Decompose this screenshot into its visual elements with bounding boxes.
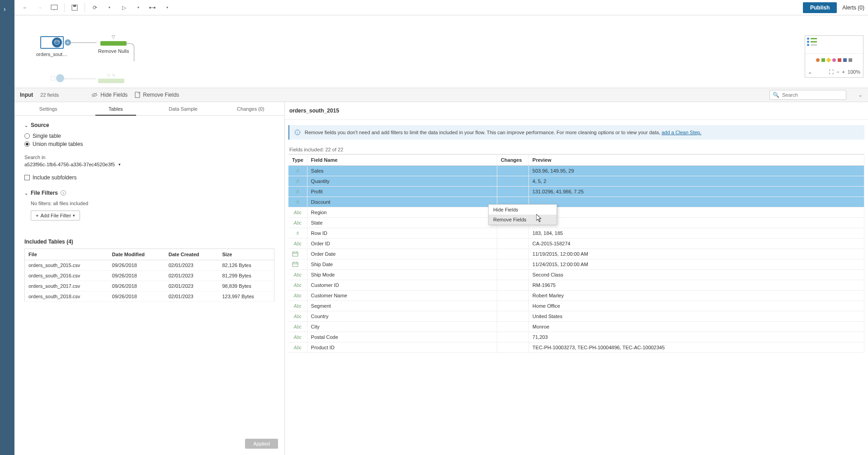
clean-node[interactable]: ▽ Remove Nulls (98, 34, 129, 54)
field-name-cell: Order ID (307, 239, 497, 249)
field-row[interactable]: AbcShip ModeSecond Class (288, 270, 864, 280)
expand-sidebar-button[interactable]: › (4, 5, 6, 13)
field-row[interactable]: #Sales503.96, 149.95, 29 (288, 166, 864, 176)
single-table-radio[interactable]: Single table (24, 133, 274, 139)
input-node-faded[interactable] (51, 74, 64, 82)
info-icon: i (295, 130, 300, 135)
field-preview-cell: 4, 5, 2 (528, 176, 864, 187)
field-row[interactable]: AbcOrder IDCA-2015-158274 (288, 239, 864, 249)
refresh-dropdown-icon[interactable]: ▾ (103, 1, 116, 14)
field-type-icon (288, 249, 307, 259)
chevron-down-icon: ▾ (118, 162, 121, 167)
file-filters-header[interactable]: ⌄ File Filters i (24, 190, 274, 196)
remove-fields-button[interactable]: Remove Fields (135, 92, 179, 98)
field-preview-cell (528, 197, 864, 207)
field-row[interactable]: AbcSegmentHome Office (288, 301, 864, 311)
clean-node-faded[interactable]: ▽ ✎ (98, 73, 124, 83)
filter-icon: ▽ (112, 34, 115, 39)
tab-tables[interactable]: Tables (82, 102, 149, 115)
col-created[interactable]: Date Created (165, 249, 219, 260)
field-row[interactable]: AbcCityMonroe (288, 322, 864, 332)
info-icon[interactable]: i (61, 190, 66, 196)
input-node[interactable]: + orders_south_... (36, 36, 68, 57)
flow-canvas[interactable]: + orders_south_... ▽ Remove Nulls ▽ ✎ (14, 15, 868, 88)
search-input-container[interactable]: 🔍 (769, 90, 846, 100)
included-tables-header: Included Tables (4) (24, 239, 274, 245)
svg-point-4 (149, 7, 151, 9)
field-row[interactable]: AbcCountryUnited States (288, 311, 864, 322)
alerts-link[interactable]: Alerts (0) (842, 5, 864, 11)
field-preview-cell: 71,203 (528, 332, 864, 342)
clean-node-label: Remove Nulls (98, 48, 129, 54)
run-dropdown-icon[interactable]: ▾ (132, 1, 145, 14)
minimap-collapse-icon[interactable]: ⌄ (808, 69, 812, 75)
table-row[interactable]: orders_south_2015.csv09/26/201802/01/202… (25, 260, 274, 271)
zoom-in-icon[interactable]: + (842, 69, 844, 75)
table-row[interactable]: orders_south_2016.csv09/26/201802/01/202… (25, 271, 274, 281)
search-input[interactable] (782, 92, 843, 98)
field-row[interactable]: AbcCustomer IDRM-19675 (288, 280, 864, 291)
table-row[interactable]: orders_south_2018.csv09/26/201802/01/202… (25, 291, 274, 302)
field-changes-cell (497, 187, 528, 197)
field-type-icon: Abc (288, 218, 307, 228)
field-row[interactable]: AbcCustomer NameRobert Marley (288, 291, 864, 301)
union-tables-radio[interactable]: Union multiple tables (24, 141, 274, 147)
field-changes-cell (497, 176, 528, 187)
filter-small-icon: ▽ (107, 73, 110, 78)
field-row[interactable]: #Row ID183, 184, 185 (288, 228, 864, 239)
field-row[interactable]: AbcPostal Code71,203 (288, 332, 864, 342)
flow-step-dropdown-icon[interactable]: ▾ (161, 1, 174, 14)
forward-button[interactable]: → (33, 1, 46, 14)
context-remove-fields[interactable]: Remove Fields (489, 215, 557, 225)
field-row[interactable]: AbcProduct IDTEC-PH-10003273, TEC-PH-100… (288, 342, 864, 353)
presentation-icon[interactable] (48, 1, 61, 14)
publish-button[interactable]: Publish (803, 2, 837, 13)
col-modified[interactable]: Date Modified (108, 249, 165, 260)
field-type-icon: Abc (288, 270, 307, 280)
field-row[interactable]: #Quantity4, 5, 2 (288, 176, 864, 187)
minimap[interactable]: ⌄ ⛶ − + 100% (805, 35, 863, 78)
field-row[interactable]: Ship Date11/24/2015, 12:00:00 AM (288, 259, 864, 270)
field-name-cell: Discount (307, 197, 497, 207)
context-hide-fields[interactable]: Hide Fields (489, 205, 557, 215)
source-section-header[interactable]: ⌄ Source (24, 122, 274, 128)
col-file[interactable]: File (25, 249, 108, 260)
zoom-out-icon[interactable]: − (836, 69, 839, 75)
expand-panel-icon[interactable]: ⌄ (858, 92, 863, 98)
field-preview-cell: Second Class (528, 270, 864, 280)
flow-step-icon[interactable] (146, 1, 159, 14)
table-row[interactable]: orders_south_2017.csv09/26/201802/01/202… (25, 281, 274, 291)
field-changes-cell (497, 301, 528, 311)
field-row[interactable]: AbcStateLouisiana (288, 218, 864, 228)
add-clean-step-link[interactable]: add a Clean Step. (661, 130, 701, 135)
input-title: Input (20, 92, 33, 98)
col-preview[interactable]: Preview (528, 155, 864, 166)
flow-output-title: orders_south_2015 (285, 102, 868, 120)
tab-data-sample[interactable]: Data Sample (150, 102, 217, 115)
field-row[interactable]: Order Date11/19/2015, 12:00:00 AM (288, 249, 864, 259)
sub-tabs: Settings Tables Data Sample Changes (0) (14, 102, 284, 116)
field-type-icon: Abc (288, 280, 307, 291)
field-row[interactable]: AbcRegion (288, 207, 864, 218)
add-file-filter-button[interactable]: + Add File Filter ▾ (31, 211, 80, 220)
tab-changes[interactable]: Changes (0) (217, 102, 284, 115)
search-icon: 🔍 (773, 92, 779, 98)
field-row[interactable]: #Profit131.0296, 41.986, 7.25 (288, 187, 864, 197)
include-subfolders-checkbox[interactable]: Include subfolders (24, 174, 274, 181)
col-size[interactable]: Size (218, 249, 274, 260)
field-preview-cell: 11/19/2015, 12:00:00 AM (528, 249, 864, 259)
refresh-icon[interactable]: ⟳ (89, 1, 101, 14)
col-field-name[interactable]: Field Name (307, 155, 497, 166)
fit-view-icon[interactable]: ⛶ (829, 69, 834, 75)
field-row[interactable]: #Discount (288, 197, 864, 207)
save-icon[interactable] (68, 1, 81, 14)
hide-fields-button[interactable]: Hide Fields (91, 92, 127, 98)
run-icon[interactable]: ▷ (118, 1, 130, 14)
search-in-dropdown[interactable]: a523f96c-1fb6-4756-a336-37ec4520e3f5 ▾ (24, 162, 274, 167)
tab-settings[interactable]: Settings (14, 102, 82, 115)
col-type[interactable]: Type (288, 155, 307, 166)
checkbox-unchecked-icon (24, 175, 30, 180)
col-changes[interactable]: Changes (497, 155, 528, 166)
back-button[interactable]: ← (19, 1, 32, 14)
svg-rect-16 (292, 263, 298, 267)
